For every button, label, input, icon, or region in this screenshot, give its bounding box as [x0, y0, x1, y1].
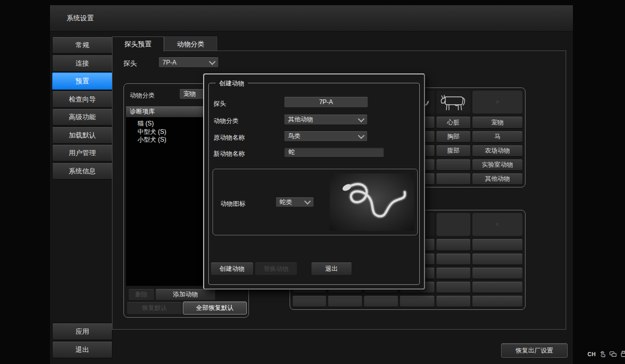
dialog-class-label: 动物分类 — [214, 117, 239, 125]
animal-icon-slot[interactable]: < — [472, 213, 522, 236]
sidebar-item-system-info[interactable]: 系统信息 — [52, 162, 113, 180]
window-title: 系统设置 — [67, 5, 94, 31]
dialog-new-name-label: 新动物名称 — [214, 149, 245, 158]
preset-grid-button[interactable] — [472, 268, 522, 279]
replace-animal-button[interactable]: 替换动物 — [255, 262, 297, 275]
preset-grid-button[interactable] — [436, 159, 470, 170]
sidebar-item-preset[interactable]: 预置 — [52, 72, 113, 90]
animal-class-label: 动物分类 — [130, 91, 155, 100]
sidebar-item-advanced[interactable]: 高级功能 — [52, 108, 113, 125]
restore-default-button[interactable]: 恢复默认 — [127, 302, 182, 315]
tab-animal-class[interactable]: 动物分类 — [164, 36, 217, 52]
preset-grid-button[interactable] — [436, 254, 470, 265]
create-animal-button[interactable]: 创建动物 — [210, 262, 254, 275]
anatomy-button-heart[interactable]: 心脏 — [436, 117, 470, 128]
tab-probe-preset[interactable]: 探头预置 — [112, 36, 164, 52]
usb-icon[interactable] — [620, 350, 625, 358]
category-button-farm[interactable]: 农场动物 — [472, 145, 522, 156]
probe-label: 探头 — [123, 59, 137, 68]
category-button-lab[interactable]: 实验室动物 — [472, 159, 522, 170]
prev-marker: < — [495, 221, 499, 228]
preset-grid-button[interactable] — [328, 296, 362, 307]
preset-grid-button[interactable] — [472, 239, 522, 250]
category-button-horse[interactable]: 马 — [472, 131, 522, 142]
animal-icon-slot[interactable]: > — [472, 91, 522, 114]
restore-all-default-button[interactable]: 全部恢复默认 — [183, 302, 247, 315]
next-marker: > — [495, 98, 499, 106]
preset-grid-button[interactable] — [436, 239, 470, 250]
animal-icon-label: 动物图标 — [220, 199, 245, 208]
sidebar-item-load-default[interactable]: 加载默认 — [52, 127, 113, 144]
chevron-down-icon — [358, 116, 365, 122]
animal-icon-box: 动物图标 蛇类 — [213, 169, 418, 235]
exit-button[interactable]: 退出 — [52, 341, 113, 358]
factory-reset-button[interactable]: 恢复出厂设置 — [501, 343, 568, 358]
preset-grid-button[interactable] — [436, 268, 470, 279]
preset-grid-button[interactable] — [436, 282, 470, 293]
animal-icon-slot[interactable] — [436, 213, 470, 236]
title-bar: 系统设置 — [50, 5, 573, 32]
animal-icon-select-value: 蛇类 — [280, 198, 302, 207]
snake-preview-image — [330, 173, 414, 231]
cow-icon[interactable] — [436, 91, 470, 114]
sidebar-item-general[interactable]: 常规 — [52, 36, 113, 54]
anatomy-button-abdomen[interactable]: 腹部 — [436, 145, 470, 156]
anatomy-button-chest[interactable]: 胸部 — [436, 131, 470, 142]
dialog-class-select[interactable]: 其他动物 — [284, 115, 367, 124]
dialog-class-select-value: 其他动物 — [288, 115, 356, 124]
animal-icon-select[interactable]: 蛇类 — [276, 197, 314, 207]
language-indicator[interactable]: CH — [588, 351, 596, 357]
preset-grid-button[interactable] — [472, 254, 522, 265]
dialog-exit-button[interactable]: 退出 — [311, 262, 352, 275]
delete-button[interactable]: 删除 — [128, 288, 155, 300]
preset-grid-button[interactable] — [293, 296, 326, 307]
sidebar-item-connect[interactable]: 连接 — [52, 55, 113, 72]
screen: 系统设置 常规 连接 预置 检查向导 高级功能 加载默认 用户管理 系统信息 应… — [0, 0, 625, 364]
system-tray: CH — [588, 349, 625, 359]
chevron-down-icon — [358, 132, 365, 139]
preset-grid-button[interactable] — [436, 296, 470, 307]
category-button-pet[interactable]: 宠物 — [472, 117, 522, 128]
preset-grid-button[interactable] — [400, 296, 434, 307]
category-button-other[interactable]: 其他动物 — [472, 173, 522, 184]
dialog-source-select-value: 鸟类 — [288, 132, 356, 141]
preset-grid-button[interactable] — [472, 296, 522, 307]
sidebar-item-exam-wizard[interactable]: 检查向导 — [52, 91, 113, 108]
apply-button[interactable]: 应用 — [52, 323, 113, 340]
create-animal-dialog: 创建动物 探头 7P-A 动物分类 其他动物 原动物名称 鸟类 新动物名称 动物… — [203, 73, 425, 290]
sidebar-item-user-management[interactable]: 用户管理 — [52, 144, 113, 161]
new-animal-name-input[interactable] — [284, 147, 384, 157]
chevron-down-icon — [304, 198, 311, 205]
dialog-probe-value: 7P-A — [284, 97, 368, 107]
preset-grid-button[interactable] — [472, 282, 522, 293]
probe-select-value: 7P-A — [162, 59, 207, 66]
preset-grid-button[interactable] — [436, 173, 470, 184]
probe-select[interactable]: 7P-A — [159, 57, 218, 67]
dual-screen-icon[interactable] — [609, 350, 617, 358]
dialog-probe-label: 探头 — [214, 99, 226, 108]
preset-grid-button[interactable] — [364, 296, 398, 307]
dialog-source-select[interactable]: 鸟类 — [284, 131, 367, 141]
add-animal-button[interactable]: 添加动物 — [155, 288, 216, 300]
dialog-source-label: 原动物名称 — [214, 133, 245, 142]
chevron-down-icon — [209, 58, 216, 65]
dialog-legend: 创建动物 — [216, 79, 248, 88]
touch-icon[interactable] — [599, 350, 606, 358]
